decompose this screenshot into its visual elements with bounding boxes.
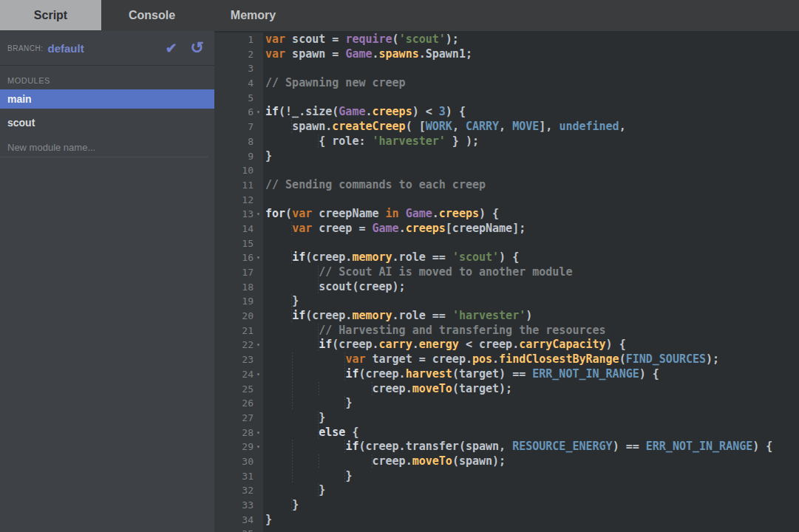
token-c: if	[265, 105, 279, 118]
indent-guide	[292, 396, 319, 409]
gutter: 12	[214, 193, 263, 208]
gutter: 25	[214, 382, 263, 397]
tab-memory[interactable]: Memory	[203, 0, 304, 30]
code-line: 35	[214, 527, 799, 532]
fold-toggle-icon[interactable]: ▾	[254, 440, 263, 454]
branch-name[interactable]: default	[48, 42, 84, 55]
token-p: ,	[499, 120, 512, 133]
indent-guide	[265, 324, 292, 337]
code-line: 11// Sending commands to each creep	[214, 178, 799, 193]
token-p: scout =	[285, 33, 345, 46]
code-line: 24▾ if(creep.harvest(target) == ERR_NOT_…	[214, 367, 799, 382]
code-line: 20 if(creep.memory.role == 'harvester')	[214, 309, 799, 324]
token-p: (!_.size(	[279, 105, 339, 118]
gutter: 28▾	[214, 426, 263, 440]
code-line: 13▾for(var creepName in Game.creeps) {	[214, 207, 799, 222]
indent-guide	[265, 265, 292, 279]
code-text: }	[263, 396, 352, 411]
token-c: if	[319, 338, 332, 351]
gutter: 22▾	[214, 338, 263, 352]
module-item-scout[interactable]: scout	[0, 113, 214, 132]
token-cm: // Spawning new creep	[265, 76, 406, 89]
code-line: 14 var creep = Game.creeps[creepName];	[214, 222, 799, 236]
code-text: }	[263, 469, 352, 484]
tab-console[interactable]: Console	[101, 0, 203, 30]
indent-guide	[292, 440, 319, 453]
token-c: if	[292, 250, 305, 264]
token-p: ,	[452, 120, 466, 133]
code-editor[interactable]: 1var scout = require('scout');2var spawn…	[214, 31, 799, 532]
fold-toggle-icon[interactable]: ▾	[254, 207, 263, 222]
token-p: (	[285, 207, 292, 220]
indent-guide	[319, 469, 345, 482]
gutter: 26	[214, 396, 263, 411]
code-line: 21 // Harvesting and transfering the res…	[214, 324, 799, 338]
token-p: (	[619, 352, 626, 366]
revert-icon[interactable]: ↺	[191, 40, 204, 56]
code-text: // Sending commands to each creep	[263, 178, 486, 193]
token-p: creep.	[373, 382, 412, 395]
token-p: ( [	[406, 120, 426, 133]
token-p: { role:	[319, 134, 372, 148]
code-line: 12	[214, 193, 799, 208]
code-line: 29▾ if(creep.transfer(spawn, RESOURCE_EN…	[214, 440, 799, 454]
line-number: 15	[242, 236, 254, 251]
code-text	[263, 527, 265, 532]
code-line: 8 { role: 'harvester' } );	[214, 134, 799, 149]
line-number: 17	[242, 265, 254, 280]
token-p: {	[345, 426, 358, 439]
token-p: }	[345, 396, 352, 409]
branch-actions: ✔ ↺	[166, 40, 204, 56]
indent-guide	[292, 483, 319, 497]
line-number: 9	[248, 149, 254, 164]
new-module-input[interactable]: New module name...	[0, 138, 208, 157]
gutter: 2	[214, 47, 263, 62]
gutter: 6▾	[214, 105, 263, 120]
indent-guide	[265, 483, 292, 497]
line-number: 34	[242, 513, 254, 528]
line-number: 3	[248, 61, 254, 76]
code-line: 3	[214, 61, 799, 76]
token-b: undefined	[559, 120, 619, 133]
token-p: .	[365, 105, 372, 118]
code-text: }	[263, 149, 272, 164]
code-text: }	[263, 294, 299, 309]
code-text: var creep = Game.creeps[creepName];	[263, 222, 526, 236]
token-b: ERR_NOT_IN_RANGE	[646, 440, 753, 453]
code-text: }	[263, 498, 299, 513]
line-number: 8	[248, 134, 254, 149]
token-g: Game	[345, 47, 372, 61]
token-p: (creep.	[305, 250, 352, 264]
fold-toggle-icon[interactable]: ▾	[254, 250, 263, 265]
gutter: 16▾	[214, 250, 263, 265]
code-line: 30 creep.moveTo(spawn);	[214, 454, 799, 469]
line-number: 14	[242, 222, 254, 236]
code-text: creep.moveTo(spawn);	[263, 454, 506, 469]
line-number: 28	[242, 426, 254, 440]
indent-guide	[265, 120, 292, 133]
gutter: 31	[214, 469, 263, 484]
token-c: if	[345, 440, 358, 453]
indent-guide	[265, 426, 292, 439]
token-b: FIND_SOURCES	[626, 352, 706, 366]
fold-toggle-icon[interactable]: ▾	[254, 338, 263, 352]
commit-check-icon[interactable]: ✔	[166, 41, 177, 55]
gutter: 11	[214, 178, 263, 193]
module-item-main[interactable]: main	[0, 89, 214, 109]
indent-guide	[345, 454, 372, 468]
indent-guide	[319, 352, 345, 366]
line-number: 35	[242, 527, 254, 532]
fold-toggle-icon[interactable]: ▾	[254, 367, 263, 382]
gutter: 1	[214, 33, 263, 47]
code-line: 31 }	[214, 469, 799, 484]
line-number: 7	[248, 120, 254, 134]
gutter: 9	[214, 149, 263, 164]
token-p: );	[446, 33, 459, 46]
tab-script[interactable]: Script	[0, 0, 101, 30]
code-text: }	[263, 513, 272, 528]
token-c: else	[319, 426, 345, 439]
code-line: 32 }	[214, 483, 799, 498]
fold-toggle-icon[interactable]: ▾	[254, 426, 263, 440]
token-n: 3	[439, 105, 446, 118]
fold-toggle-icon[interactable]: ▾	[254, 105, 263, 120]
